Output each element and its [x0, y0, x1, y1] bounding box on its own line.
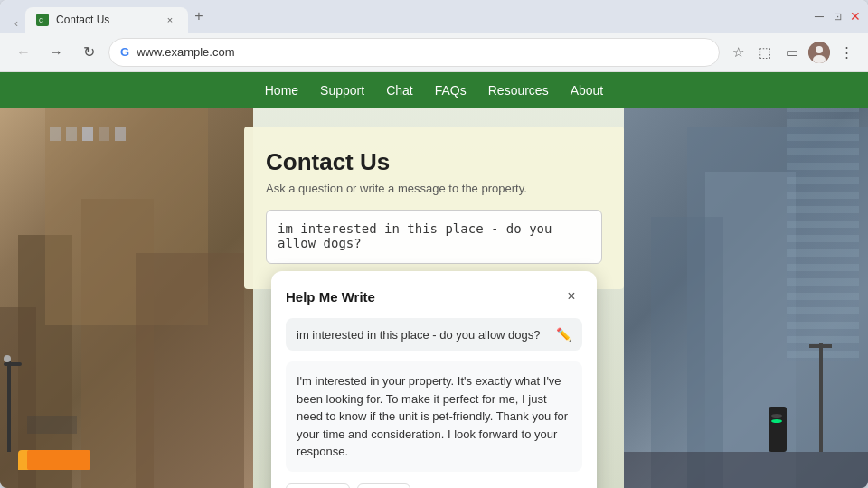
- forward-button[interactable]: →: [43, 40, 69, 65]
- tab-close-button[interactable]: ×: [163, 13, 177, 27]
- toolbar-right: ☆ ⬚ ▭ ⋮: [727, 42, 857, 63]
- url-text: www.example.com: [137, 45, 708, 59]
- undo-button[interactable]: [528, 483, 553, 489]
- svg-point-3: [816, 46, 823, 53]
- google-icon: G: [120, 45, 129, 59]
- contact-textarea[interactable]: im interested in this place - do you all…: [266, 210, 602, 264]
- popup-generated-text: I'm interested in your property. It's ex…: [286, 361, 582, 472]
- popup-input-row: im interested in this place - do you all…: [286, 318, 582, 351]
- back-button[interactable]: ←: [11, 40, 36, 65]
- popup-controls: Length ▾ Tone ▾: [286, 483, 582, 489]
- popup-close-button[interactable]: ×: [561, 286, 582, 307]
- tab-title: Contact Us: [56, 14, 109, 26]
- minimize-button[interactable]: ─: [814, 11, 825, 22]
- page-content: Home Support Chat FAQs Resources About C…: [0, 72, 868, 488]
- close-button[interactable]: ✕: [850, 11, 861, 22]
- contact-panel: Contact Us Ask a question or write a mes…: [244, 127, 624, 289]
- maximize-button[interactable]: ⊡: [832, 11, 843, 22]
- popup-action-buttons: [528, 483, 582, 489]
- popup-title: Help Me Write: [286, 289, 375, 305]
- popup-input-text: im interested in this place - do you all…: [297, 328, 556, 342]
- edit-icon[interactable]: ✏️: [556, 327, 571, 342]
- refresh-button[interactable]: ↻: [76, 40, 101, 65]
- nav-support[interactable]: Support: [320, 83, 364, 98]
- length-dropdown[interactable]: Length ▾: [286, 483, 350, 488]
- address-bar[interactable]: G www.example.com: [108, 38, 720, 67]
- split-tab-icon[interactable]: ▭: [781, 42, 803, 63]
- refresh-button[interactable]: [557, 483, 582, 489]
- browser-titlebar: ‹ C Contact Us × + ─ ⊡ ✕: [0, 0, 868, 33]
- site-nav: Home Support Chat FAQs Resources About: [0, 72, 868, 108]
- popup-header: Help Me Write ×: [286, 286, 582, 307]
- nav-resources[interactable]: Resources: [488, 83, 549, 98]
- profile-avatar[interactable]: [808, 42, 830, 63]
- browser-window: ‹ C Contact Us × + ─ ⊡ ✕ ← → ↻ G www.exa…: [0, 0, 868, 488]
- nav-home[interactable]: Home: [265, 83, 298, 98]
- nav-about[interactable]: About: [571, 83, 604, 98]
- tab-favicon: C: [36, 14, 49, 26]
- contact-title: Contact Us: [266, 148, 602, 176]
- browser-tab[interactable]: C Contact Us ×: [25, 7, 188, 33]
- help-write-popup: Help Me Write × im interested in this pl…: [271, 271, 597, 488]
- extensions-icon[interactable]: ⬚: [754, 42, 776, 63]
- nav-chat[interactable]: Chat: [386, 83, 413, 98]
- window-controls: ─ ⊡ ✕: [814, 11, 861, 22]
- nav-faqs[interactable]: FAQs: [435, 83, 467, 98]
- menu-icon[interactable]: ⋮: [835, 42, 857, 63]
- browser-toolbar: ← → ↻ G www.example.com ☆ ⬚ ▭ ⋮: [0, 33, 868, 72]
- contact-subtitle: Ask a question or write a message to the…: [266, 182, 602, 195]
- bookmark-icon[interactable]: ☆: [727, 42, 749, 63]
- svg-text:C: C: [39, 17, 43, 23]
- tab-back-arrow[interactable]: ‹: [7, 14, 25, 33]
- browser-tabs: ‹ C Contact Us × +: [7, 0, 807, 33]
- new-tab-button[interactable]: +: [188, 5, 210, 27]
- tone-dropdown[interactable]: Tone ▾: [357, 483, 410, 488]
